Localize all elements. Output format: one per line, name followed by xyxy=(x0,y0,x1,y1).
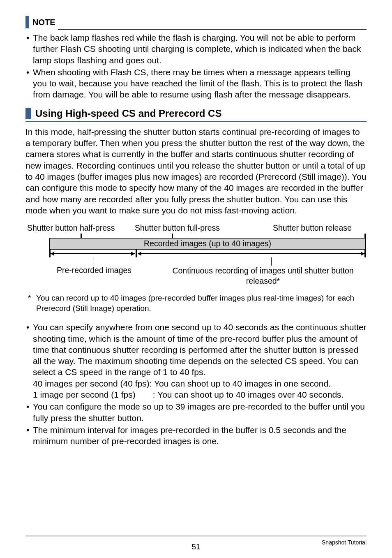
note-bullet-2: When shooting with Flash CS, there may b… xyxy=(25,67,367,100)
detail-bullet-list: You can specify anywhere from one second… xyxy=(25,322,367,447)
section-title: Using High-speed CS and Prerecord CS xyxy=(35,108,221,119)
note-underline xyxy=(58,23,367,30)
connector-continuous xyxy=(271,257,272,266)
diagram-timeline: Recorded images (up to 40 images) xyxy=(49,234,366,264)
page-number: 51 xyxy=(191,542,200,551)
tick-half-press xyxy=(81,234,82,238)
detail-bullet-1: You can specify anywhere from one second… xyxy=(25,322,367,400)
note-label: NOTE xyxy=(32,18,55,27)
footer-section-name: Snapshot Tutorial xyxy=(322,539,367,546)
recorded-bar: Recorded images (up to 40 images) xyxy=(49,238,366,250)
range-divider-mid xyxy=(136,250,137,257)
arrow-line-continuous xyxy=(138,253,364,254)
label-pre-recorded: Pre-recorded images xyxy=(49,266,168,286)
arrow-head-right-2 xyxy=(361,252,364,256)
detail-bullet-2: You can configure the mode so up to 39 i… xyxy=(25,401,367,424)
note-header: NOTE xyxy=(25,15,367,30)
label-continuous: Continuous recording of images until shu… xyxy=(168,266,367,286)
connector-prerecord xyxy=(94,257,94,266)
tick-release xyxy=(364,234,366,238)
arrow-head-left-2 xyxy=(138,252,141,256)
tick-full-press xyxy=(172,234,173,238)
footnote: * You can record up to 40 images (pre-re… xyxy=(25,293,367,313)
range-divider-end xyxy=(364,250,366,257)
note-bullet-1: The back lamp flashes red while the flas… xyxy=(25,32,367,66)
section-header: Using High-speed CS and Prerecord CS xyxy=(25,108,367,122)
detail-bullet-3: The minimum interval for images pre-reco… xyxy=(25,424,367,447)
note-accent-bar xyxy=(25,16,29,28)
label-release: Shutter button release xyxy=(273,223,367,233)
page-footer: 51 Snapshot Tutorial xyxy=(25,536,367,546)
section-body: In this mode, half-pressing the shutter … xyxy=(25,126,367,216)
section-accent-bar xyxy=(25,108,31,119)
note-bullet-list: The back lamp flashes red while the flas… xyxy=(25,32,367,100)
label-full-press: Shutter button full-press xyxy=(126,223,273,233)
arrow-head-right-1 xyxy=(131,252,135,256)
timing-diagram: Shutter button half-press Shutter button… xyxy=(25,223,367,286)
label-half-press: Shutter button half-press xyxy=(25,223,126,233)
arrow-line-prerecord xyxy=(51,253,135,254)
arrow-head-left-1 xyxy=(51,252,54,256)
footnote-text: You can record up to 40 images (pre-reco… xyxy=(36,293,367,313)
footnote-marker: * xyxy=(25,293,36,313)
footer-divider xyxy=(25,535,367,537)
